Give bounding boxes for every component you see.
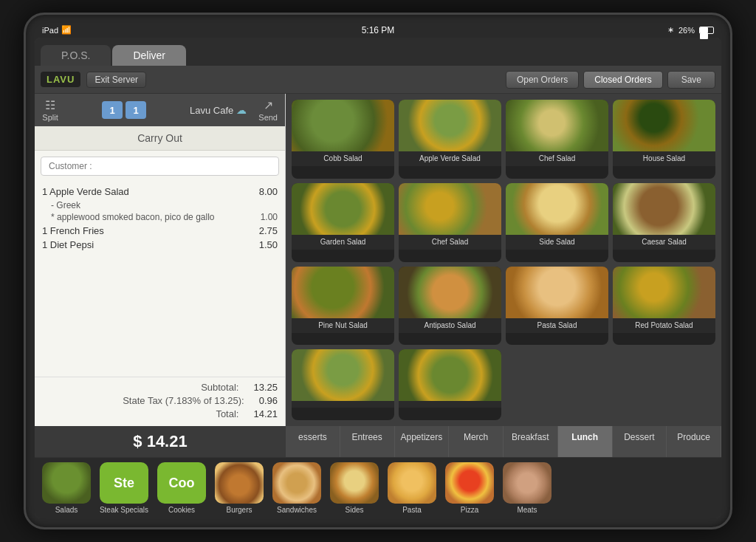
menu-item-4[interactable]: House Salad: [613, 100, 715, 179]
order-items: 1 Apple Verde Salad 8.00 - Greek * apple…: [35, 182, 285, 377]
menu-item-label: Chef Salad: [399, 235, 501, 250]
menu-item-label: Red Potato Salad: [613, 318, 715, 333]
menu-item-8[interactable]: Caesar Salad: [613, 183, 715, 262]
sub-item-label: Cookies: [168, 506, 195, 514]
sub-item-label: Meats: [517, 506, 537, 514]
tax-label: State Tax (7.183% of 13.25):: [123, 395, 244, 406]
subtotal-row: Subtotal: 13.25: [42, 382, 278, 393]
device-label: iPad: [42, 26, 58, 35]
sub-item-meats[interactable]: Meats: [501, 462, 553, 514]
split-label: Split: [42, 113, 58, 122]
sub-item-label: Pizza: [461, 506, 478, 514]
sub-item-image: [42, 462, 91, 504]
menu-item-5[interactable]: Garden Salad: [292, 183, 394, 262]
sub-item-pizza[interactable]: Pizza: [444, 462, 495, 514]
main-content: ☷ Split 1 1 Lavu Cafe ☁ ↗ Send: [35, 94, 721, 426]
sub-item-burgers[interactable]: Burgers: [213, 462, 265, 514]
menu-grid: Cobb Salad Apple Verde Salad Chef Salad …: [286, 94, 721, 426]
sub-item-image: Coo: [157, 462, 206, 504]
menu-item-label: [292, 401, 394, 408]
screen: P.O.S. Deliver LAVU Exit Server Open Ord…: [35, 38, 721, 518]
sub-item-label: Steak Specials: [100, 506, 148, 514]
menu-item-6[interactable]: Chef Salad: [399, 183, 501, 262]
customer-input[interactable]: [41, 157, 279, 176]
bottom-area: $ 14.21 essertsEntreesAppetizersMerchBre…: [35, 426, 721, 518]
menu-item-12[interactable]: Red Potato Salad: [613, 267, 715, 346]
lavu-logo: LAVU: [41, 72, 80, 87]
subcategory-bar: Salads Ste Steak Specials Coo Cookies Bu…: [35, 457, 721, 518]
cat-tab-desserts[interactable]: esserts: [286, 426, 340, 457]
order-title: Carry Out: [35, 126, 285, 151]
menu-item-14[interactable]: [399, 349, 501, 420]
menu-item-2[interactable]: Apple Verde Salad: [399, 100, 501, 179]
split-button[interactable]: ☷ Split: [42, 98, 58, 122]
cloud-icon: ☁: [236, 104, 247, 116]
order-item[interactable]: 1 French Fries 2.75: [42, 225, 278, 236]
item-price: 8.00: [259, 186, 278, 197]
cat-tab-breakfast[interactable]: Breakfast: [504, 426, 558, 457]
order-item[interactable]: 1 Apple Verde Salad 8.00: [42, 186, 278, 197]
sub-item-sandwiches[interactable]: Sandwiches: [271, 462, 323, 514]
cafe-name: Lavu Cafe: [190, 105, 233, 116]
cat-tab-appetizers[interactable]: Appetizers: [395, 426, 450, 457]
item-addon: * applewood smoked bacon, pico de gallo …: [42, 212, 278, 222]
table-number-2[interactable]: 1: [126, 101, 146, 119]
menu-item-image: [506, 183, 608, 235]
menu-item-3[interactable]: Chef Salad: [506, 100, 608, 179]
item-price: 2.75: [259, 225, 278, 236]
menu-item-10[interactable]: Antipasto Salad: [399, 267, 501, 346]
closed-orders-button[interactable]: Closed Orders: [583, 71, 662, 89]
send-icon: ↗: [260, 98, 276, 112]
menu-item-7[interactable]: Side Salad: [506, 183, 608, 262]
sub-item-sides[interactable]: Sides: [329, 462, 380, 514]
cat-tab-lunch[interactable]: Lunch: [558, 426, 613, 457]
subtotal-value: 13.25: [253, 382, 278, 393]
menu-panel: Cobb Salad Apple Verde Salad Chef Salad …: [286, 94, 721, 426]
menu-item-1[interactable]: Cobb Salad: [292, 100, 394, 179]
sub-item-pasta[interactable]: Pasta: [386, 462, 438, 514]
sub-item-steak[interactable]: Ste Steak Specials: [98, 462, 150, 514]
time-display: 5:16 PM: [362, 25, 395, 35]
menu-item-9[interactable]: Pine Nut Salad: [292, 267, 394, 346]
menu-item-13[interactable]: [292, 349, 394, 420]
save-button[interactable]: Save: [667, 71, 715, 89]
cat-tab-entrees[interactable]: Entrees: [340, 426, 395, 457]
order-panel: ☷ Split 1 1 Lavu Cafe ☁ ↗ Send: [35, 94, 286, 426]
order-item[interactable]: 1 Diet Pepsi 1.50: [42, 239, 278, 250]
menu-item-image: [506, 267, 608, 318]
cat-tab-dessert2[interactable]: Dessert: [613, 426, 667, 457]
sub-item-label: Sides: [345, 506, 363, 514]
table-number-1[interactable]: 1: [102, 101, 123, 119]
sub-item-salads[interactable]: Salads: [41, 462, 92, 514]
send-button[interactable]: ↗ Send: [258, 98, 278, 122]
menu-item-image: [613, 183, 715, 235]
menu-item-image: [399, 267, 501, 318]
wifi-icon: 📶: [61, 25, 72, 35]
cat-tab-produce[interactable]: Produce: [667, 426, 721, 457]
cat-tab-merch[interactable]: Merch: [449, 426, 504, 457]
tab-deliver[interactable]: Deliver: [112, 45, 186, 66]
open-orders-button[interactable]: Open Orders: [506, 71, 579, 89]
sub-item-cookies[interactable]: Coo Cookies: [156, 462, 207, 514]
tax-value: 0.96: [259, 395, 278, 406]
menu-item-image: [292, 100, 394, 151]
exit-server-button[interactable]: Exit Server: [86, 72, 146, 88]
sub-item-image: [503, 462, 551, 504]
sub-item-image: Ste: [100, 462, 148, 504]
category-tabs: essertsEntreesAppetizersMerchBreakfastLu…: [286, 426, 721, 457]
total-value: 14.21: [253, 408, 278, 419]
tax-row: State Tax (7.183% of 13.25): 0.96: [42, 395, 278, 406]
status-bar: iPad 📶 5:16 PM ∗ 26%: [35, 24, 721, 38]
order-totals: Subtotal: 13.25 State Tax (7.183% of 13.…: [35, 377, 285, 426]
cafe-badge: Lavu Cafe ☁: [190, 104, 247, 116]
tab-pos[interactable]: P.O.S.: [41, 45, 111, 66]
menu-item-image: [399, 183, 501, 235]
menu-item-label: Pine Nut Salad: [292, 318, 394, 333]
menu-item-label: Caesar Salad: [613, 235, 715, 250]
menu-item-11[interactable]: Pasta Salad: [506, 267, 608, 346]
order-action-bar: ☷ Split 1 1 Lavu Cafe ☁ ↗ Send: [35, 94, 285, 126]
sub-item-label: Salads: [55, 506, 78, 514]
menu-item-label: Side Salad: [506, 235, 608, 250]
subtotal-label: Subtotal:: [201, 382, 238, 393]
menu-item-label: Cobb Salad: [292, 151, 394, 166]
